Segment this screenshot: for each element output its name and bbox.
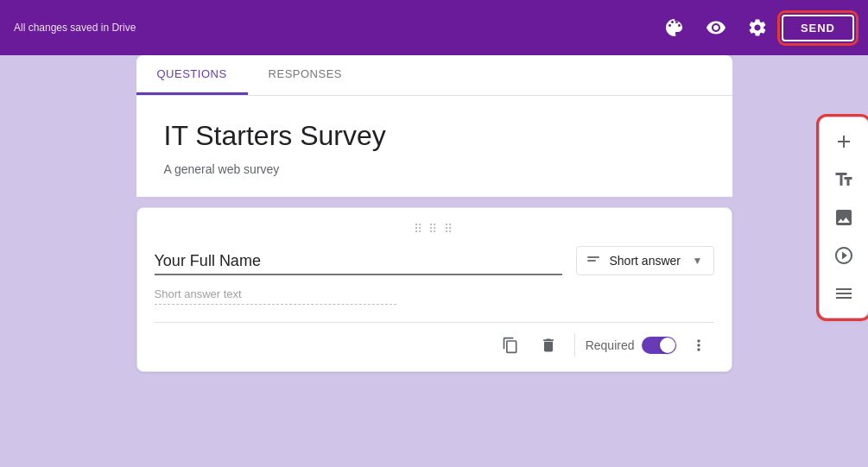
section-icon [833,283,854,304]
tabs-bar: QUESTIONS RESPONSES [136,55,732,96]
toggle-knob [660,338,675,353]
tab-responses[interactable]: RESPONSES [248,55,363,95]
required-toggle[interactable] [642,337,676,354]
settings-button[interactable] [740,10,775,45]
header-left: All changes saved in Drive [14,22,136,34]
copy-icon [502,337,519,354]
palette-icon [664,17,685,38]
add-question-button[interactable] [827,124,861,159]
survey-description: A general web survey [164,162,705,176]
settings-icon [747,17,768,38]
text-icon [833,169,854,190]
add-image-button[interactable] [827,200,861,235]
send-button[interactable]: SEND [782,15,854,41]
form-container: QUESTIONS RESPONSES IT Starters Survey A… [136,55,732,467]
more-options-button[interactable] [683,330,714,361]
image-icon [833,207,854,228]
header-right: SEND [657,10,854,45]
drag-handle[interactable]: ⠿ ⠿ ⠿ [155,222,714,236]
question-row: Short answer ▼ [155,246,714,275]
add-video-button[interactable] [827,238,861,273]
question-card: ⠿ ⠿ ⠿ Short answer ▼ [136,207,732,372]
preview-icon [706,17,726,38]
right-sidebar [820,117,868,318]
save-status: All changes saved in Drive [14,22,136,34]
palette-button[interactable] [657,10,692,45]
required-label: Required [586,338,635,352]
survey-title: IT Starters Survey [164,120,705,152]
more-icon [690,337,707,354]
add-title-button[interactable] [827,162,861,197]
preview-button[interactable] [699,10,733,45]
question-title-input[interactable] [155,252,562,275]
delete-button[interactable] [533,330,564,361]
main-area: QUESTIONS RESPONSES IT Starters Survey A… [0,55,868,467]
dropdown-chevron-icon: ▼ [693,255,703,267]
add-icon [833,131,854,152]
svg-rect-0 [587,256,599,258]
copy-button[interactable] [495,330,526,361]
video-icon [833,245,854,266]
footer-divider [574,333,575,357]
delete-icon [540,337,557,354]
question-footer: Required [155,322,714,361]
header: All changes saved in Drive SEND [0,0,868,55]
question-type-dropdown[interactable]: Short answer ▼ [576,246,714,275]
tab-questions[interactable]: QUESTIONS [136,55,248,95]
short-answer-type-icon [587,255,603,267]
svg-rect-1 [587,260,596,262]
question-type-label: Short answer [610,254,681,268]
survey-header-card: IT Starters Survey A general web survey [136,96,732,197]
add-section-button[interactable] [827,276,861,311]
answer-placeholder-text: Short answer text [155,287,396,305]
